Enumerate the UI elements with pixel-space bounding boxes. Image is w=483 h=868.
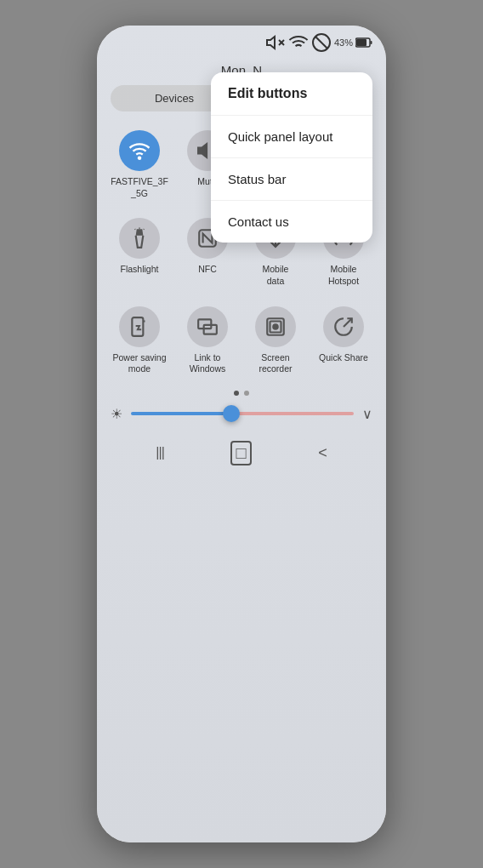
battery-text: 43%	[334, 37, 353, 48]
svg-line-26	[344, 318, 352, 327]
wifi-tile-icon	[119, 130, 160, 171]
brightness-icon: ☀	[111, 406, 122, 422]
power-saving-tile-icon	[119, 306, 160, 347]
nav-home-icon[interactable]: □	[230, 441, 251, 465]
nav-bar: ||| □ <	[97, 432, 386, 479]
mute-status-icon	[265, 32, 286, 53]
screen-recorder-tile-label: Screenrecorder	[259, 352, 292, 375]
svg-point-25	[273, 324, 277, 328]
brightness-thumb[interactable]	[223, 405, 240, 422]
menu-item-edit-buttons[interactable]: Edit buttons	[211, 72, 372, 116]
wifi-status-icon	[288, 32, 309, 53]
nav-recent-icon[interactable]: |||	[156, 445, 163, 460]
power-saving-tile-label: Power savingmode	[112, 352, 166, 375]
status-icons: 43%	[265, 32, 372, 53]
menu-item-contact-us[interactable]: Contact us	[211, 201, 372, 243]
svg-line-14	[144, 229, 145, 230]
dot-1	[234, 391, 239, 396]
blocked-status-icon	[311, 32, 332, 53]
svg-line-13	[135, 229, 136, 230]
screen-recorder-tile-icon	[255, 306, 296, 347]
menu-item-quick-panel[interactable]: Quick panel layout	[211, 116, 372, 158]
link-windows-tile[interactable]: Link toWindows	[175, 298, 240, 382]
svg-point-8	[139, 157, 140, 159]
svg-rect-7	[371, 41, 372, 44]
nfc-tile-label: NFC	[198, 264, 217, 276]
flashlight-tile-label: Flashlight	[121, 264, 159, 276]
brightness-track[interactable]	[131, 412, 354, 415]
svg-line-4	[315, 37, 327, 49]
brightness-expand-icon[interactable]: ∨	[362, 406, 372, 422]
wifi-tile-label: FASTFIVE_3F_5G	[111, 176, 168, 199]
page-dots	[97, 382, 386, 403]
screen-recorder-tile[interactable]: Screenrecorder	[243, 298, 308, 382]
dropdown-menu: Edit buttons Quick panel layout Status b…	[211, 72, 372, 243]
phone-frame: 43% Mon, N Devices Media	[97, 26, 386, 842]
flashlight-tile-icon	[119, 218, 160, 259]
quick-share-tile[interactable]: Quick Share	[311, 298, 376, 382]
mobile-data-tile-label: Mobiledata	[263, 264, 289, 287]
svg-rect-18	[132, 317, 143, 336]
battery-status-icon	[355, 37, 372, 48]
svg-rect-6	[356, 39, 367, 46]
quick-share-tile-label: Quick Share	[319, 352, 368, 364]
nav-back-icon[interactable]: <	[318, 444, 327, 462]
wifi-tile[interactable]: FASTFIVE_3F_5G	[107, 122, 172, 206]
power-saving-tile[interactable]: Power savingmode	[107, 298, 172, 382]
link-windows-tile-icon	[187, 306, 228, 347]
menu-item-status-bar[interactable]: Status bar	[211, 158, 372, 201]
quick-share-tile-icon	[323, 306, 364, 347]
dot-2	[244, 391, 249, 396]
brightness-row: ☀ ∨	[97, 403, 386, 429]
mobile-hotspot-tile-label: MobileHotspot	[328, 264, 359, 287]
status-bar: 43%	[97, 26, 386, 56]
flashlight-tile[interactable]: Flashlight	[107, 209, 172, 294]
link-windows-tile-label: Link toWindows	[190, 352, 226, 375]
